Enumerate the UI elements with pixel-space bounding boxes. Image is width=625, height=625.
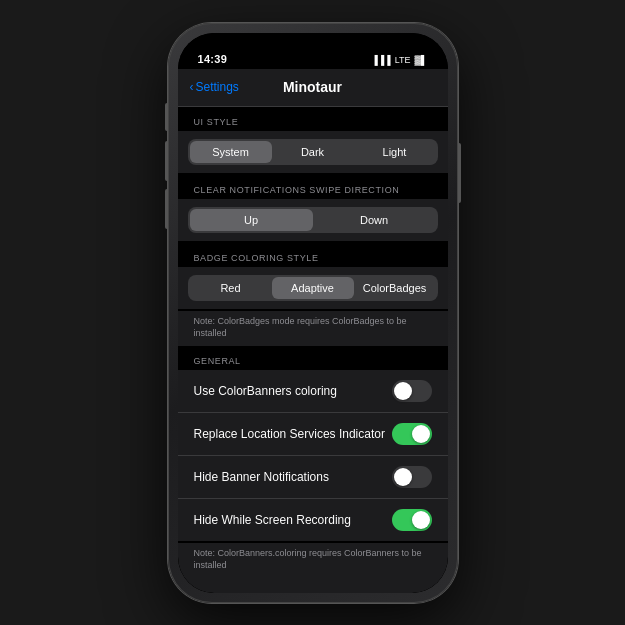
badge-coloring-header: BADGE COLORING STYLE — [178, 243, 448, 267]
clear-swipe-header: CLEAR NOTIFICATIONS SWIPE DIRECTION — [178, 175, 448, 199]
nav-bar: ‹ Settings Minotaur — [178, 69, 448, 107]
general-list: Use ColorBanners coloring Replace Locati… — [178, 370, 448, 541]
badge-adaptive[interactable]: Adaptive — [272, 277, 354, 299]
content-scroll[interactable]: UI STYLE System Dark Light CLEAR NOTIFIC… — [178, 107, 448, 593]
badge-note: Note: ColorBadges mode requires ColorBad… — [178, 311, 448, 346]
notch — [258, 33, 368, 57]
general-header: GENERAL — [178, 346, 448, 370]
send-test-label[interactable]: Send Test Notification — [194, 592, 320, 593]
badge-coloring-wrapper: Red Adaptive ColorBadges — [178, 267, 448, 309]
general-note: Note: ColorBanners.coloring requires Col… — [178, 543, 448, 578]
ui-style-segment: System Dark Light — [188, 139, 438, 165]
phone-screen: 14:39 ▐▐▐ LTE ▓▌ ‹ Settings Minotaur — [178, 33, 448, 593]
swipe-down[interactable]: Down — [313, 209, 436, 231]
power-button — [458, 143, 461, 203]
badge-colorbadges[interactable]: ColorBadges — [354, 277, 436, 299]
badge-red[interactable]: Red — [190, 277, 272, 299]
nav-title: Minotaur — [283, 79, 342, 95]
hide-screen-recording-row: Hide While Screen Recording — [178, 499, 448, 541]
hide-banner-label: Hide Banner Notifications — [194, 470, 329, 484]
status-time: 14:39 — [198, 53, 228, 65]
battery-icon: ▓▌ — [415, 55, 428, 65]
colorbanners-label: Use ColorBanners coloring — [194, 384, 337, 398]
hide-screen-recording-label: Hide While Screen Recording — [194, 513, 351, 527]
hide-banner-toggle[interactable] — [392, 466, 432, 488]
ui-style-dark[interactable]: Dark — [272, 141, 354, 163]
network-label: LTE — [395, 55, 411, 65]
mute-button — [165, 103, 168, 131]
hide-screen-recording-toggle[interactable] — [392, 509, 432, 531]
clear-swipe-section: CLEAR NOTIFICATIONS SWIPE DIRECTION Up D… — [178, 175, 448, 241]
status-icons: ▐▐▐ LTE ▓▌ — [372, 55, 428, 65]
hide-banner-row: Hide Banner Notifications — [178, 456, 448, 499]
send-test-section[interactable]: Send Test Notification — [178, 578, 448, 593]
toggle-thumb — [394, 382, 412, 400]
location-indicator-toggle[interactable] — [392, 423, 432, 445]
back-label: Settings — [196, 80, 239, 94]
ui-style-system[interactable]: System — [190, 141, 272, 163]
volume-up-button — [165, 141, 168, 181]
toggle-thumb-2 — [412, 425, 430, 443]
clear-swipe-wrapper: Up Down — [178, 199, 448, 241]
signal-icon: ▐▐▐ — [372, 55, 391, 65]
phone-outer: 14:39 ▐▐▐ LTE ▓▌ ‹ Settings Minotaur — [168, 23, 458, 603]
swipe-up[interactable]: Up — [190, 209, 313, 231]
back-button[interactable]: ‹ Settings — [190, 80, 239, 94]
colorbanners-row: Use ColorBanners coloring — [178, 370, 448, 413]
general-section: GENERAL Use ColorBanners coloring Replac… — [178, 346, 448, 578]
badge-coloring-segment: Red Adaptive ColorBadges — [188, 275, 438, 301]
badge-coloring-section: BADGE COLORING STYLE Red Adaptive ColorB… — [178, 243, 448, 346]
volume-down-button — [165, 189, 168, 229]
toggle-thumb-4 — [412, 511, 430, 529]
ui-style-header: UI STYLE — [178, 107, 448, 131]
location-indicator-row: Replace Location Services Indicator — [178, 413, 448, 456]
ui-style-wrapper: System Dark Light — [178, 131, 448, 173]
toggle-thumb-3 — [394, 468, 412, 486]
location-indicator-label: Replace Location Services Indicator — [194, 427, 385, 441]
ui-style-light[interactable]: Light — [354, 141, 436, 163]
ui-style-section: UI STYLE System Dark Light — [178, 107, 448, 173]
clear-swipe-segment: Up Down — [188, 207, 438, 233]
screen: 14:39 ▐▐▐ LTE ▓▌ ‹ Settings Minotaur — [178, 33, 448, 593]
colorbanners-toggle[interactable] — [392, 380, 432, 402]
chevron-left-icon: ‹ — [190, 80, 194, 94]
